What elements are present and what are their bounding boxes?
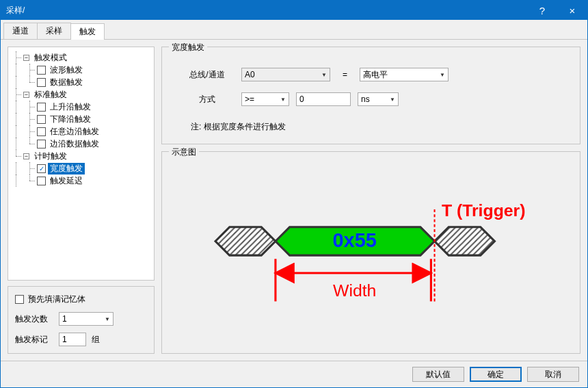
dialog-footer: 默认值 确定 取消 [1, 361, 587, 387]
group-width-trigger: 宽度触发 总线/通道 A0 ▼ = 高电平 ▼ 方式 [161, 47, 580, 144]
chevron-down-icon: ▼ [278, 96, 289, 103]
legend-diagram: 示意图 [169, 146, 199, 158]
input-number[interactable]: 0 [296, 92, 351, 106]
combo-trigger-count[interactable]: 1 ▼ [59, 312, 113, 326]
combo-mode[interactable]: >= ▼ [241, 92, 289, 106]
label-equals: = [343, 70, 347, 79]
tab-trigger[interactable]: 触发 [70, 23, 105, 40]
diagram-trigger-label: T (Trigger) [442, 201, 526, 220]
left-column: − 触发模式 波形触发 [8, 47, 155, 354]
tree-item-waveform-trigger[interactable]: 波形触发 [48, 64, 85, 76]
window-title: 采样/ [6, 5, 527, 16]
svg-marker-1 [215, 227, 276, 255]
tab-sampling[interactable]: 采样 [37, 23, 71, 39]
right-column: 宽度触发 总线/通道 A0 ▼ = 高电平 ▼ 方式 [161, 47, 580, 354]
sampling-dialog: 采样/ ? × 通道 采样 触发 − 触发模式 [0, 0, 588, 388]
checkbox-edge-data[interactable] [37, 140, 46, 148]
label-note: 注: 根据宽度条件进行触发 [191, 121, 569, 133]
diagram-data-label: 0x55 [333, 229, 377, 251]
checkbox-width-trigger[interactable]: ✓ [37, 164, 46, 173]
tab-channel[interactable]: 通道 [3, 23, 38, 39]
tab-bar: 通道 采样 触发 [1, 20, 587, 40]
expander-standard-trigger[interactable]: − [23, 92, 29, 98]
combo-unit[interactable]: ns ▼ [358, 92, 399, 106]
chevron-down-icon: ▼ [387, 96, 398, 103]
chevron-down-icon: ▼ [437, 72, 448, 78]
diagram-svg: T (Trigger) 0x55 Width [173, 161, 569, 342]
tree-group-standard-trigger[interactable]: 标准触发 [32, 89, 69, 101]
expander-timing-trigger[interactable]: − [23, 153, 29, 159]
legend-width-trigger: 宽度触发 [169, 42, 207, 53]
help-button[interactable]: ? [527, 1, 557, 20]
ok-button[interactable]: 确定 [470, 367, 522, 382]
tree-item-edge-data[interactable]: 边沿数据触发 [48, 138, 101, 150]
label-trigger-mark: 触发标记 [15, 334, 53, 346]
combo-level[interactable]: 高电平 ▼ [360, 68, 449, 81]
checkbox-waveform-trigger[interactable] [37, 66, 46, 75]
titlebar: 采样/ ? × [1, 1, 587, 20]
checkbox-any-edge[interactable] [37, 127, 46, 136]
diagram-width-label: Width [333, 281, 376, 300]
trigger-tree[interactable]: − 触发模式 波形触发 [10, 51, 152, 187]
cancel-button[interactable]: 取消 [527, 367, 579, 382]
chevron-down-icon: ▼ [319, 72, 330, 78]
tree-item-any-edge[interactable]: 任意边沿触发 [48, 126, 101, 138]
defaults-button[interactable]: 默认值 [412, 367, 464, 382]
label-bus-channel: 总线/通道 [173, 69, 241, 81]
checkbox-prefill-memory[interactable] [15, 295, 24, 304]
expander-trigger-mode[interactable]: − [23, 55, 29, 61]
checkbox-data-trigger[interactable] [37, 78, 46, 87]
tree-item-rising-edge[interactable]: 上升沿触发 [48, 101, 93, 113]
input-trigger-mark[interactable]: 1 [59, 333, 86, 346]
combo-bus-channel[interactable]: A0 ▼ [241, 68, 330, 81]
chevron-down-icon: ▼ [102, 316, 113, 322]
trigger-tree-panel: − 触发模式 波形触发 [8, 47, 155, 281]
group-diagram: 示意图 T (Tri [161, 151, 580, 354]
tree-item-falling-edge[interactable]: 下降沿触发 [48, 114, 93, 125]
tree-item-width-trigger[interactable]: 宽度触发 [48, 163, 85, 174]
tree-group-trigger-mode[interactable]: 触发模式 [32, 52, 69, 64]
tree-item-trigger-delay[interactable]: 触发延迟 [48, 175, 85, 187]
label-trigger-count: 触发次数 [15, 313, 53, 325]
label-prefill-memory: 预先填满记忆体 [28, 294, 85, 305]
label-mark-unit: 组 [92, 334, 100, 346]
close-button[interactable]: × [557, 1, 587, 20]
checkbox-rising-edge[interactable] [37, 103, 46, 112]
left-bottom-panel: 预先填满记忆体 触发次数 1 ▼ 触发标记 1 组 [8, 286, 155, 354]
label-mode: 方式 [173, 94, 241, 105]
tree-item-data-trigger[interactable]: 数据触发 [48, 77, 85, 88]
tree-group-timing-trigger[interactable]: 计时触发 [32, 151, 69, 162]
content-area: − 触发模式 波形触发 [1, 40, 587, 361]
svg-marker-3 [435, 227, 495, 255]
checkbox-trigger-delay[interactable] [37, 177, 46, 185]
checkbox-falling-edge[interactable] [37, 115, 46, 124]
